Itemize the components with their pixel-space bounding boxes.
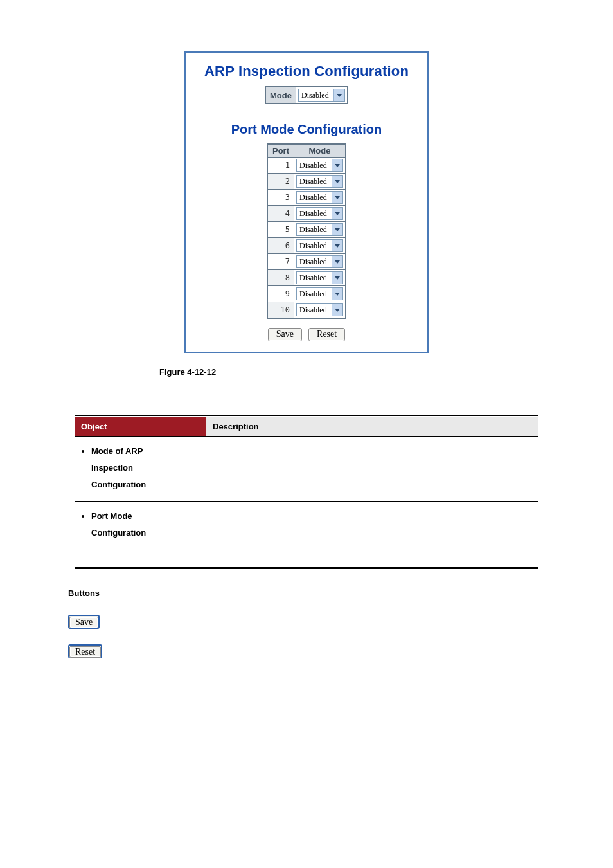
table-row: Port Mode Configuration	[75, 502, 538, 568]
port-mode-select[interactable]: Disabled	[296, 239, 343, 252]
description-table: Object Description Mode of ARP Inspectio…	[75, 415, 538, 569]
save-button-illustration: Save	[68, 615, 100, 629]
port-cell: 7	[267, 254, 294, 270]
chevron-down-icon	[332, 304, 342, 316]
chevron-down-icon	[333, 89, 344, 101]
object-item: Port Mode Configuration	[91, 508, 200, 541]
table-row: 4 Disabled	[267, 206, 346, 222]
chevron-down-icon	[332, 208, 342, 219]
description-header: Description	[206, 417, 539, 437]
table-row: 7 Disabled	[267, 254, 346, 270]
description-cell	[206, 437, 539, 502]
port-mode-value: Disabled	[297, 176, 332, 187]
table-row: 10 Disabled	[267, 302, 346, 319]
chevron-down-icon	[332, 176, 342, 187]
table-row: 2 Disabled	[267, 174, 346, 190]
reset-button-illustration: Reset	[68, 644, 102, 658]
port-cell: 2	[267, 174, 294, 190]
global-mode-table: Mode Disabled	[265, 86, 348, 104]
mode-header: Mode	[294, 144, 346, 158]
port-mode-value: Disabled	[297, 304, 332, 316]
port-header: Port	[267, 144, 294, 158]
chevron-down-icon	[332, 288, 342, 300]
chevron-down-icon	[332, 272, 342, 284]
panel-subtitle: Port Mode Configuration	[191, 122, 422, 137]
port-mode-select[interactable]: Disabled	[296, 223, 343, 236]
port-cell: 3	[267, 190, 294, 206]
port-mode-value: Disabled	[297, 208, 332, 219]
port-cell: 6	[267, 238, 294, 254]
port-mode-value: Disabled	[297, 240, 332, 251]
port-mode-select[interactable]: Disabled	[296, 191, 343, 204]
reset-button[interactable]: Reset	[308, 328, 345, 341]
table-row: 1 Disabled	[267, 158, 346, 174]
port-cell: 10	[267, 302, 294, 319]
table-row: 9 Disabled	[267, 286, 346, 302]
save-button[interactable]: Save	[268, 328, 302, 341]
table-row: 8 Disabled	[267, 270, 346, 286]
port-mode-value: Disabled	[297, 272, 332, 284]
port-mode-value: Disabled	[297, 256, 332, 267]
port-cell: 8	[267, 270, 294, 286]
buttons-heading: Buttons	[68, 588, 613, 598]
port-mode-value: Disabled	[297, 192, 332, 203]
port-mode-select[interactable]: Disabled	[296, 159, 343, 172]
object-item: Mode of ARP Inspection Configuration	[91, 443, 200, 493]
port-mode-value: Disabled	[297, 159, 332, 171]
global-mode-select[interactable]: Disabled	[298, 89, 345, 102]
port-cell: 5	[267, 222, 294, 238]
port-mode-value: Disabled	[297, 288, 332, 300]
port-cell: 9	[267, 286, 294, 302]
object-header: Object	[75, 417, 206, 437]
figure-caption: Figure 4-12-12	[159, 367, 613, 377]
panel-title: ARP Inspection Configuration	[191, 63, 422, 80]
port-cell: 1	[267, 158, 294, 174]
port-mode-select[interactable]: Disabled	[296, 303, 343, 316]
buttons-section: Buttons Save Reset	[68, 588, 613, 674]
port-mode-select[interactable]: Disabled	[296, 175, 343, 188]
port-mode-select[interactable]: Disabled	[296, 287, 343, 300]
chevron-down-icon	[332, 192, 342, 203]
chevron-down-icon	[332, 159, 342, 171]
port-cell: 4	[267, 206, 294, 222]
port-mode-value: Disabled	[297, 224, 332, 235]
global-mode-header: Mode	[265, 87, 296, 104]
chevron-down-icon	[332, 256, 342, 267]
chevron-down-icon	[332, 224, 342, 235]
table-row: Mode of ARP Inspection Configuration	[75, 437, 538, 502]
arp-inspection-panel: ARP Inspection Configuration Mode Disabl…	[184, 51, 429, 353]
description-cell	[206, 502, 539, 568]
table-row: 3 Disabled	[267, 190, 346, 206]
port-mode-select[interactable]: Disabled	[296, 207, 343, 220]
table-row: 5 Disabled	[267, 222, 346, 238]
port-mode-select[interactable]: Disabled	[296, 271, 343, 284]
port-mode-table: Port Mode 1 Disabled 2 Disabled 3	[267, 143, 346, 319]
table-row: 6 Disabled	[267, 238, 346, 254]
port-mode-select[interactable]: Disabled	[296, 255, 343, 268]
global-mode-value: Disabled	[299, 89, 333, 101]
chevron-down-icon	[332, 240, 342, 251]
